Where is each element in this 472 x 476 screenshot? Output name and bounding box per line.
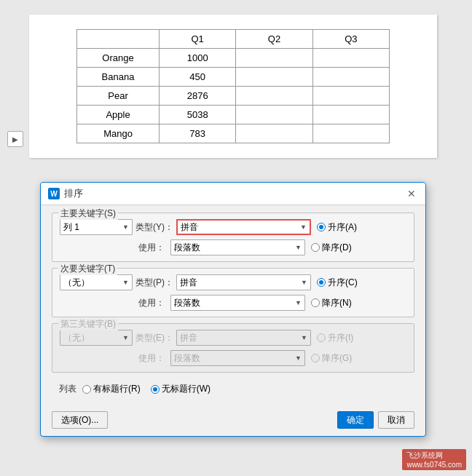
row-mango-q3 — [312, 124, 389, 143]
options-button[interactable]: 选项(O)... — [52, 411, 108, 429]
primary-key-row1: 列 1 ▼ 类型(Y)： 拼音 ▼ 升序(A) — [60, 219, 406, 235]
secondary-use-select[interactable]: 段落数 ▼ — [170, 295, 305, 311]
row-banana-q1: 450 — [160, 68, 236, 87]
dialog-title: 排序 — [64, 187, 83, 200]
tertiary-key-select: （无） ▼ — [60, 330, 133, 346]
row-banana-q2 — [236, 68, 312, 87]
primary-key-section: 主要关键字(S) 列 1 ▼ 类型(Y)： 拼音 ▼ — [52, 213, 414, 262]
tertiary-use-label: 使用： — [138, 352, 168, 365]
row-orange-q3 — [312, 49, 389, 68]
chevron-down-icon: ▼ — [122, 334, 129, 341]
secondary-key-label: 次要关键字(T) — [58, 263, 117, 275]
tertiary-key-section: 第三关键字(B) （无） ▼ 类型(E)： 拼音 ▼ 升序(I) — [52, 323, 414, 373]
data-table: Q1 Q2 Q3 Orange 1000 Banana 450 Pear 287… — [76, 29, 390, 143]
row-mango-label: Mango — [77, 124, 160, 143]
row-pear-q1: 2876 — [160, 87, 236, 106]
table-header-q2: Q2 — [236, 30, 312, 49]
primary-key-row2: 使用： 段落数 ▼ 降序(D) — [60, 239, 406, 255]
no-header-radio[interactable] — [151, 385, 160, 394]
tertiary-type-select: 拼音 ▼ — [176, 330, 311, 346]
row-banana-q3 — [312, 68, 389, 87]
table-row: Banana 450 — [77, 68, 390, 87]
primary-use-select[interactable]: 段落数 ▼ — [170, 239, 305, 255]
secondary-key-row2: 使用： 段落数 ▼ 降序(N) — [60, 295, 406, 311]
table-header-empty — [77, 30, 160, 49]
tertiary-asc-radio — [317, 333, 326, 342]
secondary-order-radio: 升序(C) — [317, 277, 358, 289]
dialog-body: 主要关键字(S) 列 1 ▼ 类型(Y)： 拼音 ▼ — [41, 205, 425, 407]
primary-use-label: 使用： — [138, 242, 168, 254]
list-section: 列表 有标题行(R) 无标题行(W) — [52, 378, 414, 400]
row-orange-q2 — [236, 49, 312, 68]
secondary-desc-radio[interactable] — [311, 298, 320, 307]
has-header-radio[interactable] — [82, 385, 91, 394]
ok-button[interactable]: 确定 — [337, 411, 374, 429]
row-mango-q2 — [236, 124, 312, 143]
secondary-desc-radio-group: 降序(N) — [311, 297, 352, 309]
primary-type-select[interactable]: 拼音 ▼ — [176, 219, 311, 235]
has-header-option[interactable]: 有标题行(R) — [82, 383, 141, 395]
tertiary-order-radio: 升序(I) — [317, 332, 353, 344]
row-pear-q3 — [312, 87, 389, 106]
chevron-down-icon: ▼ — [122, 279, 129, 286]
row-pear-q2 — [236, 87, 312, 106]
primary-desc-option[interactable]: 降序(D) — [311, 242, 352, 254]
secondary-asc-radio[interactable] — [317, 278, 326, 287]
table-row: Mango 783 — [77, 124, 390, 143]
primary-key-label: 主要关键字(S) — [58, 207, 118, 220]
row-apple-label: Apple — [77, 106, 160, 124]
table-header-q1: Q1 — [160, 30, 236, 49]
secondary-asc-option[interactable]: 升序(C) — [317, 277, 358, 289]
cancel-button[interactable]: 取消 — [378, 411, 414, 429]
row-apple-q3 — [312, 106, 389, 124]
secondary-key-select[interactable]: （无） ▼ — [60, 274, 133, 290]
row-banana-label: Banana — [77, 68, 160, 87]
chevron-down-icon: ▼ — [301, 279, 307, 286]
chevron-down-icon: ▼ — [122, 223, 129, 231]
primary-type-label: 类型(Y)： — [135, 221, 173, 234]
row-orange-label: Orange — [77, 49, 160, 68]
tertiary-key-row1: （无） ▼ 类型(E)： 拼音 ▼ 升序(I) — [60, 330, 406, 346]
primary-asc-option[interactable]: 升序(A) — [317, 221, 357, 234]
secondary-use-label: 使用： — [138, 297, 168, 309]
dialog-title-left: W 排序 — [48, 187, 83, 200]
primary-key-select[interactable]: 列 1 ▼ — [60, 219, 133, 235]
row-apple-q2 — [236, 106, 312, 124]
left-toolbar-icon[interactable]: ▶ — [7, 131, 23, 147]
close-button[interactable]: ✕ — [405, 187, 418, 200]
primary-desc-radio[interactable] — [311, 243, 320, 252]
chevron-down-icon: ▼ — [295, 354, 302, 362]
tertiary-type-label: 类型(E)： — [135, 332, 173, 344]
chevron-down-icon: ▼ — [295, 299, 302, 306]
no-header-option[interactable]: 无标题行(W) — [151, 383, 211, 395]
row-apple-q1: 5038 — [160, 106, 236, 124]
primary-asc-radio[interactable] — [317, 223, 326, 231]
tertiary-key-row2: 使用： 段落数 ▼ 降序(G) — [60, 350, 406, 366]
toolbar-symbol: ▶ — [12, 135, 18, 143]
tertiary-desc-radio-group: 降序(G) — [311, 352, 352, 365]
secondary-type-label: 类型(P)： — [135, 277, 173, 289]
tertiary-key-label: 第三关键字(B) — [58, 318, 118, 330]
primary-desc-radio-group: 降序(D) — [311, 242, 352, 254]
watermark: 飞沙系统网 www.fs0745.com — [402, 449, 466, 470]
dialog-app-icon: W — [48, 188, 60, 199]
chevron-down-icon: ▼ — [300, 223, 307, 231]
tertiary-desc-option: 降序(G) — [311, 352, 352, 365]
list-label: 列表 — [59, 383, 76, 395]
sort-dialog: W 排序 ✕ 主要关键字(S) 列 1 ▼ 类型(Y)： — [40, 182, 426, 437]
tertiary-asc-option: 升序(I) — [317, 332, 353, 344]
table-row: Orange 1000 — [77, 49, 390, 68]
document-area: Q1 Q2 Q3 Orange 1000 Banana 450 Pear 287… — [29, 15, 437, 158]
secondary-desc-option[interactable]: 降序(N) — [311, 297, 352, 309]
tertiary-desc-radio — [311, 354, 320, 362]
dialog-titlebar: W 排序 ✕ — [41, 183, 425, 205]
row-mango-q1: 783 — [160, 124, 236, 143]
dialog-footer: 选项(O)... 确定 取消 — [41, 407, 425, 436]
primary-order-radio: 升序(A) — [317, 221, 357, 234]
chevron-down-icon: ▼ — [301, 334, 307, 341]
table-row: Apple 5038 — [77, 106, 390, 124]
table-row: Pear 2876 — [77, 87, 390, 106]
secondary-key-section: 次要关键字(T) （无） ▼ 类型(P)： 拼音 ▼ 升序(C) — [52, 268, 414, 317]
secondary-type-select[interactable]: 拼音 ▼ — [176, 274, 311, 290]
row-pear-label: Pear — [77, 87, 160, 106]
